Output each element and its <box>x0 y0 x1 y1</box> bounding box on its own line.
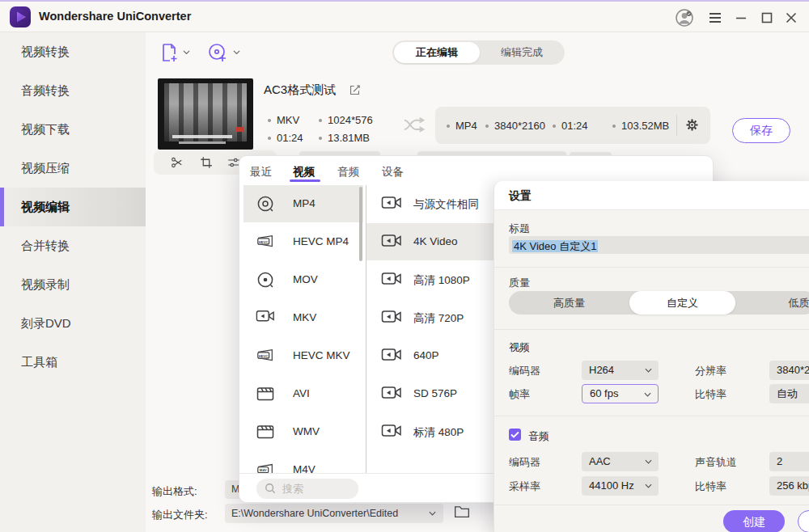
titlebar: Wondershare UniConverter <box>0 2 809 32</box>
divider <box>494 329 809 330</box>
scrollbar-thumb[interactable] <box>359 187 362 261</box>
sidebar-item-merge-convert[interactable]: 合并转换 <box>0 226 146 265</box>
svg-text:HEVC: HEVC <box>259 240 269 244</box>
file-title: AC3格式测试 <box>264 82 336 98</box>
format-item-wmv[interactable]: WMV <box>244 413 363 450</box>
sidebar: 视频转换 音频转换 视频下载 视频压缩 视频编辑 合并转换 视频录制 刻录DVD… <box>0 32 146 532</box>
app-window: Wondershare UniConverter 视频转换 音频转换 视频下载 … <box>0 0 809 532</box>
video-camera-icon <box>381 270 402 288</box>
search-box[interactable] <box>256 479 358 499</box>
browse-folder-icon[interactable] <box>454 505 470 519</box>
app-logo-icon <box>10 6 31 27</box>
output-folder-select[interactable]: E:\Wondershare UniConverter\Edited <box>225 504 443 523</box>
popup-tab-recent[interactable]: 最近 <box>250 165 272 179</box>
video-encoder-label: 编码器 <box>509 364 540 378</box>
target-resolution: 3840*2160 <box>485 120 545 132</box>
source-size: 13.81MB <box>319 132 370 144</box>
add-file-icon[interactable] <box>159 42 180 63</box>
samplerate-label: 采样率 <box>509 479 540 494</box>
audio-encoder-dropdown[interactable]: AAC <box>582 452 659 471</box>
source-resolution: 1024*576 <box>319 114 373 126</box>
video-camera-icon <box>381 194 402 212</box>
target-info-box: MP4 3840*2160 01:24 103.52MB <box>435 107 710 144</box>
partial-button[interactable] <box>798 510 809 532</box>
sidebar-item-burn-dvd[interactable]: 刻录DVD <box>0 304 146 343</box>
video-section-label: 视频 <box>509 340 530 355</box>
video-camera-icon <box>381 384 402 402</box>
minimize-icon[interactable] <box>731 8 751 27</box>
tab-editing[interactable]: 正在编辑 <box>394 42 480 63</box>
sidebar-item-video-download[interactable]: 视频下载 <box>0 110 146 149</box>
search-input[interactable] <box>282 481 352 496</box>
hevc-badge-icon: HEVC <box>256 346 275 365</box>
add-disc-chevron-icon[interactable] <box>233 50 240 56</box>
account-icon[interactable] <box>675 8 694 27</box>
format-item-mov[interactable]: MOV <box>244 261 363 298</box>
video-bitrate-label: 比特率 <box>695 387 726 402</box>
audio-encoder-label: 编码器 <box>509 455 540 470</box>
quality-low-option[interactable]: 低质量 <box>735 291 809 315</box>
audio-bitrate-field[interactable]: 256 kbps <box>769 476 809 496</box>
format-item-avi[interactable]: AVI <box>244 375 363 412</box>
disc-icon <box>256 270 275 289</box>
trim-scissors-icon[interactable] <box>170 155 184 170</box>
format-item-hevc-mkv[interactable]: HEVC HEVC MKV <box>244 337 363 374</box>
edit-status-tabs: 正在编辑 编辑完成 <box>392 40 565 65</box>
settings-gear-icon[interactable] <box>684 117 700 133</box>
divider <box>494 267 809 268</box>
crop-icon[interactable] <box>199 155 214 170</box>
quality-custom-option[interactable]: 自定义 <box>629 291 735 315</box>
audio-enabled-checkbox[interactable] <box>509 429 521 441</box>
add-file-chevron-icon[interactable] <box>183 50 190 56</box>
thumbnail-scene <box>164 83 247 141</box>
channels-field[interactable]: 2 <box>769 452 809 471</box>
quality-high-option[interactable]: 高质量 <box>509 291 629 315</box>
thumbnail-red-marker <box>236 127 244 132</box>
settings-header: 设置 <box>494 181 809 210</box>
rename-edit-icon[interactable] <box>348 83 362 97</box>
add-disc-icon[interactable] <box>207 42 228 63</box>
thumbnail-subtitle-line <box>172 135 232 138</box>
sidebar-item-toolbox[interactable]: 工具箱 <box>0 343 146 382</box>
svg-text:M4V: M4V <box>260 468 267 472</box>
popup-tab-video[interactable]: 视频 <box>293 165 315 179</box>
film-icon <box>256 384 275 403</box>
target-format: MP4 <box>447 120 477 132</box>
divider <box>494 505 809 505</box>
video-encoder-dropdown[interactable]: H264 <box>582 361 659 380</box>
samplerate-dropdown[interactable]: 44100 Hz <box>582 476 659 496</box>
popup-tab-audio[interactable]: 音频 <box>337 165 359 179</box>
sidebar-item-video-edit[interactable]: 视频编辑 <box>0 188 146 226</box>
video-bitrate-field[interactable]: 自动 <box>769 384 809 403</box>
sidebar-item-audio-convert[interactable]: 音频转换 <box>0 71 146 110</box>
chevron-down-icon <box>645 483 652 488</box>
target-size: 103.52MB <box>612 120 669 132</box>
svg-text:HEVC: HEVC <box>259 354 269 358</box>
sidebar-item-screen-record[interactable]: 视频录制 <box>0 265 146 304</box>
maximize-icon[interactable] <box>757 8 777 27</box>
video-thumbnail[interactable] <box>158 78 253 150</box>
format-item-hevc-mp4[interactable]: HEVC HEVC MP4 <box>244 223 363 260</box>
menu-icon[interactable] <box>705 8 725 27</box>
create-button[interactable]: 创建 <box>723 510 785 532</box>
tab-finished[interactable]: 编辑完成 <box>481 40 562 65</box>
audio-section-label: 音频 <box>528 429 549 444</box>
format-item-mkv[interactable]: MKV <box>244 299 363 336</box>
format-item-mp4[interactable]: MP4 <box>244 185 363 222</box>
channels-label: 声音轨道 <box>695 455 737 470</box>
title-label: 标题 <box>509 222 530 236</box>
sidebar-item-video-compress[interactable]: 视频压缩 <box>0 149 146 188</box>
close-icon[interactable] <box>781 8 801 27</box>
title-input-selected-text: 4K Video 自定义1 <box>512 240 598 252</box>
save-button[interactable]: 保存 <box>732 118 790 143</box>
convert-arrow-icon <box>403 116 427 134</box>
framerate-dropdown[interactable]: 60 fps <box>582 384 659 403</box>
title-input[interactable]: 4K Video 自定义1 <box>509 236 809 254</box>
thumbnail-subtitle-line2 <box>179 141 226 144</box>
popup-tab-device[interactable]: 设备 <box>382 165 404 179</box>
target-duration: 01:24 <box>553 120 588 132</box>
chevron-down-icon <box>429 511 436 516</box>
sidebar-item-video-convert[interactable]: 视频转换 <box>0 32 146 71</box>
resolution-field[interactable]: 3840*2160 <box>769 361 809 380</box>
video-camera-icon <box>256 308 275 327</box>
